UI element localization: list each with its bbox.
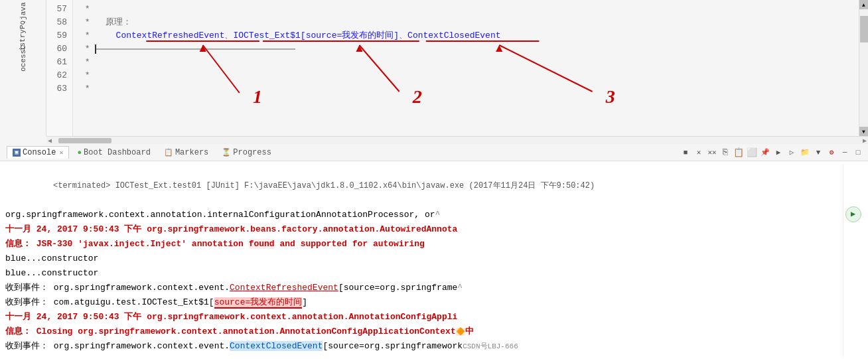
paste-icon[interactable]: 📋	[733, 147, 745, 159]
h-scrollbar[interactable]: ◀ ▶	[46, 136, 868, 144]
open-icon[interactable]: 📁	[799, 147, 811, 159]
menu-down-icon[interactable]: ▼	[812, 147, 824, 159]
code-line-61: *	[80, 56, 852, 69]
remove-icon[interactable]: ✕✕	[706, 147, 718, 159]
minimize-icon[interactable]: ─	[839, 147, 851, 159]
line-numbers: 57 58 59 60 61 62 63	[46, 0, 73, 136]
maximize-icon[interactable]: □	[852, 147, 864, 159]
console-tab-close[interactable]: ✕	[59, 149, 63, 157]
code-line-57: *	[80, 3, 852, 16]
tab-boot-dashboard[interactable]: ● Boot Dashboard	[72, 147, 155, 159]
clear-icon[interactable]: ⬜	[746, 147, 758, 159]
console-toolbar: ▣ Console ✕ ● Boot Dashboard 📋 Markers ⏳…	[0, 144, 868, 161]
stop-icon[interactable]: ■	[680, 147, 691, 159]
context-closed-event-highlight: ContextClosedEvent	[230, 341, 323, 351]
toolbar-icons: ■ ✕ ✕✕ ⎘ 📋 ⬜ 📌 ▶ ▷ 📁 ▼ ⚙ ─ □	[680, 147, 864, 159]
code-line-60: *	[80, 42, 852, 56]
main-layout: .java istryPo ocessC 57 58 59 60 61 62 6…	[0, 0, 868, 359]
console-line-8: 十一月 24, 2017 9:50:43 下午 org.springframew…	[5, 310, 843, 324]
scroll-thumb[interactable]	[860, 16, 868, 42]
next-icon[interactable]: ▷	[786, 147, 798, 159]
boot-label: Boot Dashboard	[84, 148, 151, 157]
editor-scrollbar[interactable]: ▲ ▼	[859, 0, 868, 136]
console-tab-label: Console	[23, 148, 56, 157]
terminated-header: <terminated> IOCTest_Ext.test01 [JUnit] …	[5, 164, 843, 208]
console-line-2: 十一月 24, 2017 9:50:43 下午 org.springframew…	[5, 222, 843, 237]
console-line-9: 信息： Closing org.springframework.context.…	[5, 324, 843, 339]
console-line-7: 收到事件： com.atguigu.test.IOCTest_Ext$1[sou…	[5, 295, 843, 310]
play-button[interactable]: ▶	[845, 206, 861, 222]
console-line-3: 信息： JSR-330 'javax.inject.Inject' annota…	[5, 237, 843, 251]
scroll-track	[859, 9, 868, 127]
progress-label: Progress	[233, 148, 271, 157]
console-tab-icon: ▣	[13, 149, 21, 157]
code-content[interactable]: * * 原理： * ContextRefreshedEvent、IOCTest_…	[73, 0, 859, 98]
code-line-62: *	[80, 69, 852, 82]
found-word: found	[249, 239, 275, 249]
code-line-63: *	[80, 82, 852, 96]
pin-icon[interactable]: 📌	[759, 147, 771, 159]
code-line-59: * ContextRefreshedEvent、IOCTest_Ext$1[so…	[80, 29, 852, 42]
console-text: <terminated> IOCTest_Ext.test01 [JUnit] …	[5, 164, 843, 356]
settings-icon[interactable]: ⚙	[826, 147, 837, 159]
code-area-wrapper: * * 原理： * ContextRefreshedEvent、IOCTest_…	[73, 0, 859, 136]
console-section: ▣ Console ✕ ● Boot Dashboard 📋 Markers ⏳…	[0, 144, 868, 359]
console-line-5: blue...constructor	[5, 266, 843, 281]
terminated-label: <terminated> IOCTest_Ext.test01 [JUnit] …	[53, 181, 595, 190]
progress-icon: ⏳	[222, 148, 231, 157]
h-scroll-thumb[interactable]	[58, 138, 111, 143]
tab-progress[interactable]: ⏳ Progress	[216, 147, 277, 159]
tab-markers[interactable]: 📋 Markers	[159, 147, 214, 159]
markers-icon: 📋	[164, 148, 173, 157]
markers-label: Markers	[175, 148, 208, 157]
console-line-1: org.springframework.context.annotation.i…	[5, 208, 843, 222]
boot-icon: ●	[77, 149, 82, 157]
editor-row: 57 58 59 60 61 62 63 * * 原理： * ContextRe…	[46, 0, 868, 136]
console-body: <terminated> IOCTest_Ext.test01 [JUnit] …	[0, 161, 868, 359]
console-right-panel: ▶	[843, 164, 863, 356]
scroll-up-btn[interactable]: ▲	[859, 0, 869, 9]
ocessc-label[interactable]: ocessC	[19, 45, 27, 72]
left-sidebar-strip: .java istryPo ocessC	[0, 0, 46, 136]
editor-area: .java istryPo ocessC 57 58 59 60 61 62 6…	[0, 0, 868, 136]
console-line-10: 收到事件： org.springframework.context.event.…	[5, 339, 843, 354]
tab-console[interactable]: ▣ Console ✕	[7, 146, 69, 159]
console-line-6: 收到事件： org.springframework.context.event.…	[5, 281, 843, 295]
code-line-58: * 原理：	[80, 16, 852, 29]
scroll-down-btn[interactable]: ▼	[859, 127, 869, 136]
forward-icon[interactable]: ▶	[772, 147, 784, 159]
copy-icon[interactable]: ⎘	[719, 147, 731, 159]
close-console-icon[interactable]: ✕	[693, 147, 705, 159]
console-line-4: blue...constructor	[5, 251, 843, 266]
